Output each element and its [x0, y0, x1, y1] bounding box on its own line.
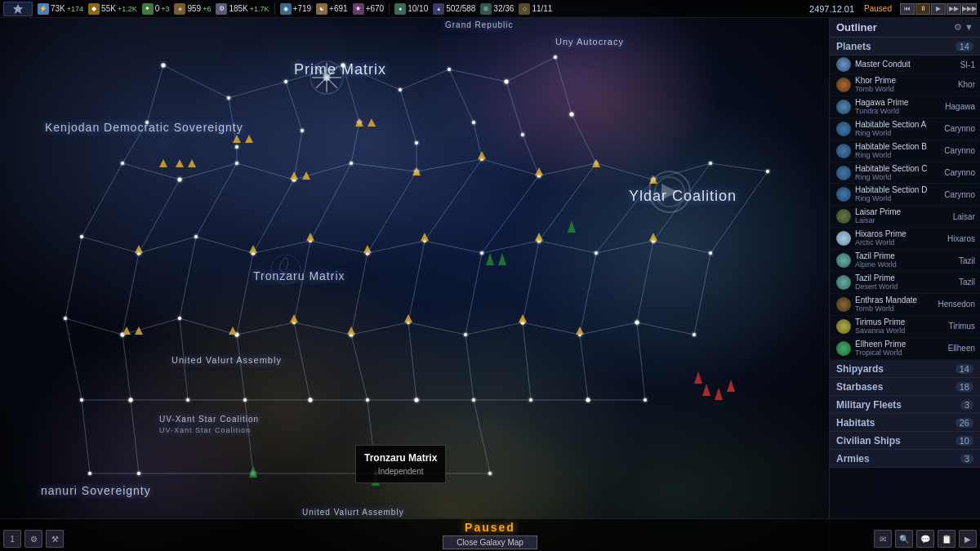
close-galaxy-map-button[interactable]: Close Galaxy Map	[443, 535, 537, 549]
svg-line-16	[180, 163, 237, 180]
planet-icon-tirimus	[836, 319, 851, 334]
svg-point-115	[448, 68, 451, 71]
svg-line-77	[580, 253, 596, 335]
svg-line-57	[65, 318, 122, 335]
planet-item-ellheen[interactable]: Ellheen Prime Tropical World Ellheen	[830, 338, 980, 360]
planet-item-hagawa[interactable]: Hagawa Prime Tundra World Hagawa	[830, 96, 980, 118]
planet-item-tazil1[interactable]: Tazil Prime Alpine World Tazil	[830, 250, 980, 272]
planet-item-hab-d[interactable]: Habitable Section D Ring World Carynno	[830, 184, 980, 206]
svg-line-28	[294, 131, 302, 180]
svg-line-19	[351, 163, 416, 171]
faction-label-yldar: Yldar Coalition	[629, 188, 737, 205]
svg-line-58	[122, 318, 180, 335]
svg-line-36	[196, 237, 253, 253]
svg-line-21	[482, 159, 539, 176]
play-2x-button[interactable]: ▶▶	[947, 3, 961, 15]
rewind-button[interactable]: ⏮	[900, 3, 915, 15]
planet-item-master-conduit[interactable]: Master Conduit SI-1	[830, 56, 980, 74]
svg-point-146	[537, 239, 541, 243]
empire-button[interactable]	[3, 2, 33, 16]
paused-banner: Paused Close Galaxy Map	[443, 521, 537, 549]
bottom-icon-build[interactable]: ⚒	[46, 530, 64, 548]
section-habitats[interactable]: Habitats 26	[830, 414, 980, 432]
planet-info-hab-b: Habitable Section B Ring World	[855, 142, 940, 160]
svg-point-127	[178, 178, 182, 182]
svg-point-116	[505, 80, 509, 84]
planet-type-hagawa: Tundra World	[855, 108, 941, 116]
svg-marker-200	[135, 327, 143, 335]
pause-button[interactable]: ⏸	[915, 3, 930, 15]
planet-item-hab-c[interactable]: Habitable Section C Ring World Carynno	[830, 162, 980, 184]
svg-line-7	[147, 65, 163, 122]
svg-point-216	[310, 61, 343, 94]
svg-line-74	[408, 241, 425, 322]
tooltip-status: Independent	[364, 465, 437, 478]
resource-consumer: ◈ 959 +6	[174, 3, 211, 15]
planet-item-khor-prime[interactable]: Khor Prime Tomb World Khor	[830, 74, 980, 96]
svg-line-23	[596, 163, 653, 180]
svg-marker-225	[13, 4, 23, 14]
bottom-icon-mail[interactable]: ✉	[874, 530, 892, 548]
svg-marker-189	[535, 167, 543, 176]
svg-line-10	[343, 65, 359, 122]
planet-item-tirimus[interactable]: Tirimus Prime Savanna World Tirimus	[830, 316, 980, 338]
section-armies[interactable]: Armies 3	[830, 450, 980, 468]
naval-icon: ▲	[433, 3, 444, 15]
bottom-icon-log[interactable]: 📋	[938, 530, 956, 548]
section-planets[interactable]: Planets 14	[830, 38, 980, 56]
faction-label-grand-republic: Grand Republic	[445, 20, 513, 29]
svg-line-17	[237, 163, 294, 180]
planet-system-enthras: Hensedon	[938, 300, 975, 309]
planet-item-enthras[interactable]: Enthras Mandate Tomb World Hensedon	[830, 294, 980, 316]
svg-point-149	[709, 251, 712, 255]
play-3x-button[interactable]: ▶▶▶	[962, 3, 977, 15]
planet-item-hab-b[interactable]: Habitable Section B Ring World Carynno	[830, 140, 980, 162]
planet-info-khor: Khor Prime Tomb World	[855, 76, 954, 94]
svg-line-86	[408, 322, 416, 400]
section-civilian-ships[interactable]: Civilian Ships 10	[830, 432, 980, 450]
svg-point-160	[635, 321, 639, 325]
play-1x-button[interactable]: ▶	[931, 3, 946, 15]
svg-marker-203	[347, 327, 355, 335]
svg-line-59	[180, 318, 237, 335]
svg-marker-187	[412, 167, 421, 176]
svg-marker-206	[576, 327, 584, 335]
starbases-count: 18	[956, 382, 973, 392]
svg-line-20	[416, 159, 482, 171]
outliner-title: Outliner	[836, 21, 877, 33]
bottom-icon-1[interactable]: 1	[3, 530, 21, 548]
svg-line-52	[482, 176, 539, 253]
svg-line-79	[694, 253, 710, 335]
food-icon: ✦	[142, 3, 154, 15]
svg-line-9	[286, 82, 302, 131]
planet-item-hab-a[interactable]: Habitable Section A Ring World Carynno	[830, 118, 980, 140]
section-starbases[interactable]: Starbases 18	[830, 378, 980, 396]
bottom-icon-next[interactable]: ▶	[959, 530, 977, 548]
svg-line-6	[506, 57, 555, 82]
planet-item-hixaros[interactable]: Hixaros Prime Arctic World Hixaros	[830, 228, 980, 250]
bottom-icon-chat[interactable]: 💬	[916, 530, 934, 548]
svg-marker-193	[249, 245, 257, 253]
consumer-income: +6	[203, 5, 211, 13]
planet-item-laisar[interactable]: Laisar Prime Laisar Laisar	[830, 206, 980, 228]
svg-marker-184	[302, 171, 310, 180]
svg-point-148	[652, 239, 656, 243]
map-tooltip: Tronzaru Matrix Independent	[355, 445, 446, 483]
svg-line-8	[229, 98, 237, 147]
bottom-icon-settings[interactable]: ⚙	[24, 530, 42, 548]
svg-point-125	[570, 113, 574, 117]
planet-system-hixaros: Hixaros	[947, 234, 975, 243]
section-military-fleets[interactable]: Military Fleets 3	[830, 396, 980, 414]
planets-count: 14	[956, 42, 973, 51]
outliner-settings-button[interactable]: ⚙ ▼	[954, 22, 973, 33]
planet-type-ellheen: Tropical World	[855, 349, 944, 358]
bottom-icon-search[interactable]: 🔍	[895, 530, 913, 548]
resource-food: ✦ 0 +3	[142, 3, 170, 15]
section-shipyards[interactable]: Shipyards 14	[830, 360, 980, 378]
svg-point-144	[423, 239, 426, 242]
planet-type-enthras: Tomb World	[855, 305, 933, 313]
svg-point-153	[235, 333, 239, 337]
svg-line-18	[294, 163, 351, 180]
svg-marker-202	[290, 314, 298, 322]
planet-item-tazil2[interactable]: Tazil Prime Desert World Tazil	[830, 272, 980, 294]
